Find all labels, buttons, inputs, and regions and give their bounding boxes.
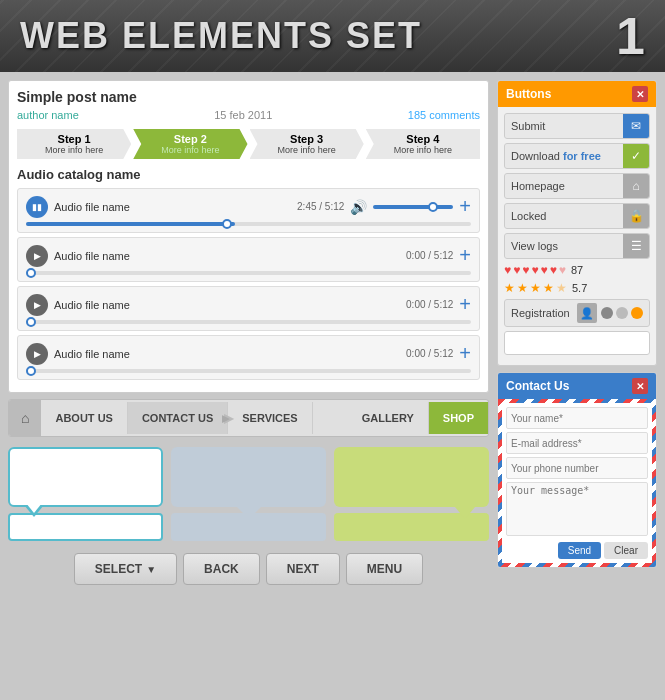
volume-icon[interactable]: 🔊 xyxy=(350,199,367,215)
color-dots xyxy=(601,307,643,319)
contact-clear-button[interactable]: Clear xyxy=(604,542,648,559)
submit-button-row: Submit ✉ xyxy=(504,113,650,139)
speech-bubble-blue xyxy=(8,447,163,507)
header-number: 1 xyxy=(616,6,645,66)
play-button-4[interactable]: ▶ xyxy=(26,343,48,365)
buttons-card-body: Submit ✉ Download for free ✓ Homepage ⌂ … xyxy=(498,107,656,365)
hearts-count: 87 xyxy=(571,264,583,276)
contact-send-button[interactable]: Send xyxy=(558,542,601,559)
bubble-col-3 xyxy=(334,447,489,541)
post-meta: author name 15 feb 2011 185 comments xyxy=(17,109,480,121)
track-time-2: 0:00 / 5:12 xyxy=(406,250,453,261)
stars-row: ★ ★ ★ ★ ★ 5.7 xyxy=(504,281,650,295)
viewlogs-button-row: View logs ☰ xyxy=(504,233,650,259)
main-content: Simple post name author name 15 feb 2011… xyxy=(0,72,665,593)
speech-bubble-gray xyxy=(171,447,326,507)
homepage-button-row: Homepage ⌂ xyxy=(504,173,650,199)
post-card: Simple post name author name 15 feb 2011… xyxy=(8,80,489,393)
header-title: WEB ELEMENTS SET xyxy=(20,15,422,57)
progress-bar-1[interactable] xyxy=(26,222,471,226)
back-button[interactable]: BACK xyxy=(183,553,260,585)
buttons-card: Buttons ✕ Submit ✉ Download for free ✓ H… xyxy=(497,80,657,366)
post-title: Simple post name xyxy=(17,89,480,105)
audio-catalog-title: Audio catalog name xyxy=(17,167,480,182)
contact-form-buttons: Send Clear xyxy=(506,542,648,559)
viewlogs-icon[interactable]: ☰ xyxy=(623,233,649,259)
progress-bar-3[interactable] xyxy=(26,320,471,324)
hearts-row: ♥ ♥ ♥ ♥ ♥ ♥ ♥ 87 xyxy=(504,263,650,277)
download-button-row: Download for free ✓ xyxy=(504,143,650,169)
audio-player-1: ▮▮ Audio file name 2:45 / 5:12 🔊 + xyxy=(17,188,480,233)
registration-row: Registration 👤 xyxy=(504,299,650,327)
post-author[interactable]: author name xyxy=(17,109,79,121)
nav-services[interactable]: SERVICES xyxy=(228,402,312,434)
audio-player-2: ▶ Audio file name 0:00 / 5:12 + xyxy=(17,237,480,282)
nav-gallery[interactable]: GALLERY xyxy=(348,402,429,434)
add-track-button-2[interactable]: + xyxy=(459,244,471,267)
nav-contact[interactable]: CONTACT US ▸ xyxy=(128,402,228,434)
track-name-2: Audio file name xyxy=(54,250,400,262)
track-time-4: 0:00 / 5:12 xyxy=(406,348,453,359)
add-track-button-3[interactable]: + xyxy=(459,293,471,316)
right-panel: Buttons ✕ Submit ✉ Download for free ✓ H… xyxy=(497,80,657,585)
post-comments[interactable]: 185 comments xyxy=(408,109,480,121)
contact-name-input[interactable] xyxy=(506,407,648,429)
step-4[interactable]: Step 4 More info here xyxy=(366,129,480,159)
add-track-button-4[interactable]: + xyxy=(459,342,471,365)
homepage-icon[interactable]: ⌂ xyxy=(623,173,649,199)
header: WEB ELEMENTS SET 1 xyxy=(0,0,665,72)
speech-bubble-green xyxy=(334,447,489,507)
contact-card-close[interactable]: ✕ xyxy=(632,378,648,394)
input-blue[interactable] xyxy=(8,513,163,541)
play-button-3[interactable]: ▶ xyxy=(26,294,48,316)
step-1[interactable]: Step 1 More info here xyxy=(17,129,131,159)
menu-button[interactable]: MENU xyxy=(346,553,423,585)
download-icon[interactable]: ✓ xyxy=(623,143,649,169)
right-panel-input[interactable] xyxy=(504,331,650,355)
track-time-1: 2:45 / 5:12 xyxy=(297,201,344,212)
volume-slider[interactable] xyxy=(373,205,453,209)
step-3[interactable]: Step 3 More info here xyxy=(250,129,364,159)
play-button-2[interactable]: ▶ xyxy=(26,245,48,267)
add-track-button-1[interactable]: + xyxy=(459,195,471,218)
progress-bar-2[interactable] xyxy=(26,271,471,275)
nav-about[interactable]: ABOUT US xyxy=(41,402,127,434)
registration-icon: 👤 xyxy=(577,303,597,323)
bubble-col-1 xyxy=(8,447,163,541)
contact-email-input[interactable] xyxy=(506,432,648,454)
buttons-card-title: Buttons xyxy=(506,87,551,101)
track-name-1: Audio file name xyxy=(54,201,291,213)
audio-player-3: ▶ Audio file name 0:00 / 5:12 + xyxy=(17,286,480,331)
next-button[interactable]: NEXT xyxy=(266,553,340,585)
step-2[interactable]: Step 2 More info here xyxy=(133,129,247,159)
post-date: 15 feb 2011 xyxy=(214,109,272,121)
select-button[interactable]: SELECT ▼ xyxy=(74,553,177,585)
contact-card-header: Contact Us ✕ xyxy=(498,373,656,399)
contact-form-inner: Send Clear xyxy=(502,403,652,563)
nav-home[interactable]: ⌂ xyxy=(9,400,41,436)
nav-shop[interactable]: SHOP xyxy=(429,402,488,434)
contact-card: Contact Us ✕ Send Clear xyxy=(497,372,657,568)
locked-button-row: Locked 🔒 xyxy=(504,203,650,229)
contact-phone-input[interactable] xyxy=(506,457,648,479)
stars-count: 5.7 xyxy=(572,282,587,294)
airmail-border: Send Clear xyxy=(498,399,656,567)
contact-card-title: Contact Us xyxy=(506,379,569,393)
audio-player-4: ▶ Audio file name 0:00 / 5:12 + xyxy=(17,335,480,380)
select-chevron: ▼ xyxy=(146,564,156,575)
bottom-buttons-row: SELECT ▼ BACK NEXT MENU xyxy=(8,553,489,585)
contact-message-input[interactable] xyxy=(506,482,648,536)
bubble-col-2 xyxy=(171,447,326,541)
buttons-card-close[interactable]: ✕ xyxy=(632,86,648,102)
track-name-3: Audio file name xyxy=(54,299,400,311)
submit-icon[interactable]: ✉ xyxy=(623,113,649,139)
bubbles-section xyxy=(8,447,489,541)
pause-button[interactable]: ▮▮ xyxy=(26,196,48,218)
steps-bar: Step 1 More info here Step 2 More info h… xyxy=(17,129,480,159)
track-name-4: Audio file name xyxy=(54,348,400,360)
track-time-3: 0:00 / 5:12 xyxy=(406,299,453,310)
progress-bar-4[interactable] xyxy=(26,369,471,373)
left-panel: Simple post name author name 15 feb 2011… xyxy=(8,80,489,585)
locked-icon[interactable]: 🔒 xyxy=(623,203,649,229)
nav-bar: ⌂ ABOUT US CONTACT US ▸ SERVICES GALLERY… xyxy=(8,399,489,437)
